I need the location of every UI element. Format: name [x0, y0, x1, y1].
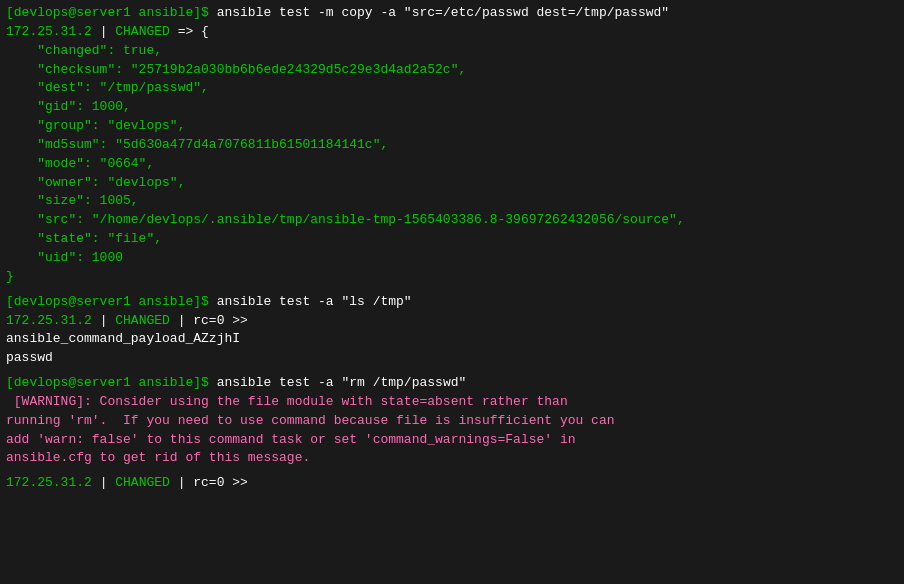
changed-label: CHANGED: [115, 24, 170, 39]
json-group: "group": "devlops",: [0, 117, 904, 136]
json-gid: "gid": 1000,: [0, 98, 904, 117]
warning-line: [WARNING]: Consider using the file modul…: [0, 393, 904, 412]
json-changed: "changed": true,: [0, 42, 904, 61]
ip-address: 172.25.31.2: [6, 24, 92, 39]
json-mode: "mode": "0664",: [0, 155, 904, 174]
changed1: 172.25.31.2 | CHANGED => {: [0, 23, 904, 42]
json-dest: "dest": "/tmp/passwd",: [0, 79, 904, 98]
json-owner: "owner": "devlops",: [0, 174, 904, 193]
ip-address: 172.25.31.2: [6, 475, 92, 490]
json-md5sum: "md5sum": "5d630a477d4a7076811b615011841…: [0, 136, 904, 155]
separator: |: [92, 24, 115, 39]
json-src: "src": "/home/devlops/.ansible/tmp/ansib…: [0, 211, 904, 230]
command-text: ansible test -m copy -a "src=/etc/passwd…: [217, 5, 669, 20]
warning-line2: running 'rm'. If you need to use command…: [0, 412, 904, 431]
cmd1: [devlops@server1 ansible]$ ansible test …: [0, 4, 904, 23]
json-size: "size": 1005,: [0, 192, 904, 211]
changed2: 172.25.31.2 | CHANGED | rc=0 >>: [0, 312, 904, 331]
changed-label: CHANGED: [115, 313, 170, 328]
sep1: |: [92, 475, 115, 490]
sep2: |: [170, 475, 193, 490]
changed-label: CHANGED: [115, 475, 170, 490]
prompt-text: [devlops@server1 ansible]$: [6, 5, 217, 20]
json-state: "state": "file",: [0, 230, 904, 249]
ls-payload: ansible_command_payload_AZzjhI: [0, 330, 904, 349]
sep1: |: [92, 313, 115, 328]
warning-line3: add 'warn: false' to this command task o…: [0, 431, 904, 450]
rc-value: rc=0 >>: [193, 475, 248, 490]
cmd2: [devlops@server1 ansible]$ ansible test …: [0, 293, 904, 312]
command-text: ansible test -a "ls /tmp": [217, 294, 412, 309]
cmd3: [devlops@server1 ansible]$ ansible test …: [0, 374, 904, 393]
json-checksum: "checksum": "25719b2a030bb6b6ede24329d5c…: [0, 61, 904, 80]
arrow-brace: => {: [170, 24, 209, 39]
warning-line4: ansible.cfg to get rid of this message.: [0, 449, 904, 468]
prompt-text: [devlops@server1 ansible]$: [6, 375, 217, 390]
json-close: }: [0, 268, 904, 287]
command-text: ansible test -a "rm /tmp/passwd": [217, 375, 467, 390]
ls-passwd: passwd: [0, 349, 904, 368]
ip-address: 172.25.31.2: [6, 313, 92, 328]
sep2: |: [170, 313, 193, 328]
json-uid: "uid": 1000: [0, 249, 904, 268]
terminal-window: [devlops@server1 ansible]$ ansible test …: [0, 0, 904, 584]
changed3: 172.25.31.2 | CHANGED | rc=0 >>: [0, 474, 904, 493]
prompt-text: [devlops@server1 ansible]$: [6, 294, 217, 309]
rc-value: rc=0 >>: [193, 313, 248, 328]
